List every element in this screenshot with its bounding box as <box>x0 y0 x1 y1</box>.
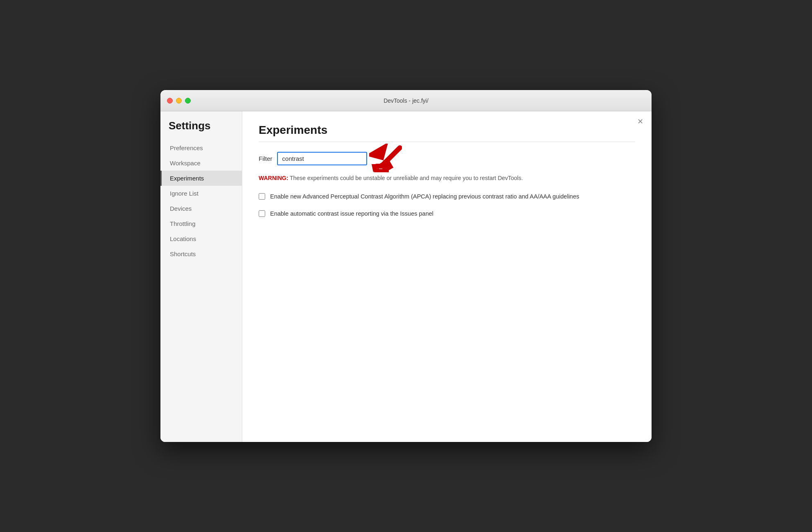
arrow-indicator <box>369 144 402 174</box>
window-title: DevTools - jec.fyi/ <box>383 97 429 104</box>
section-divider <box>259 142 635 142</box>
sidebar-item-ignore-list[interactable]: Ignore List <box>160 186 242 201</box>
contrast-issues-checkbox[interactable] <box>259 210 265 217</box>
sidebar-item-experiments[interactable]: Experiments <box>160 171 242 186</box>
warning-text: WARNING: These experiments could be unst… <box>259 174 635 183</box>
content-area: Settings Preferences Workspace Experimen… <box>160 111 652 442</box>
filter-row: Filter <box>259 152 635 165</box>
sidebar-item-devices[interactable]: Devices <box>160 201 242 216</box>
sidebar-item-locations[interactable]: Locations <box>160 231 242 246</box>
minimize-button-traffic[interactable] <box>176 98 182 104</box>
contrast-issues-label: Enable automatic contrast issue reportin… <box>270 210 433 219</box>
sidebar-title: Settings <box>160 119 242 140</box>
devtools-window: DevTools - jec.fyi/ Settings Preferences… <box>160 90 652 442</box>
filter-label: Filter <box>259 155 272 162</box>
main-content: ✕ Experiments Filter <box>242 111 652 442</box>
warning-box: WARNING: These experiments could be unst… <box>259 174 635 183</box>
sidebar: Settings Preferences Workspace Experimen… <box>160 111 242 442</box>
arrow-icon <box>369 144 402 172</box>
warning-label: WARNING: <box>259 175 288 181</box>
apca-checkbox[interactable] <box>259 193 265 200</box>
sidebar-item-workspace[interactable]: Workspace <box>160 156 242 171</box>
traffic-lights <box>167 98 191 104</box>
page-title: Experiments <box>259 124 635 137</box>
close-button-traffic[interactable] <box>167 98 173 104</box>
checkbox-item-apca: Enable new Advanced Perceptual Contrast … <box>259 192 635 201</box>
apca-label: Enable new Advanced Perceptual Contrast … <box>270 192 579 201</box>
sidebar-item-throttling[interactable]: Throttling <box>160 216 242 231</box>
filter-input[interactable] <box>277 152 367 165</box>
dialog-close-button[interactable]: ✕ <box>637 118 643 125</box>
sidebar-item-preferences[interactable]: Preferences <box>160 140 242 156</box>
maximize-button-traffic[interactable] <box>185 98 191 104</box>
title-bar: DevTools - jec.fyi/ <box>160 90 652 111</box>
checkbox-item-contrast-issues: Enable automatic contrast issue reportin… <box>259 210 635 219</box>
sidebar-item-shortcuts[interactable]: Shortcuts <box>160 246 242 261</box>
